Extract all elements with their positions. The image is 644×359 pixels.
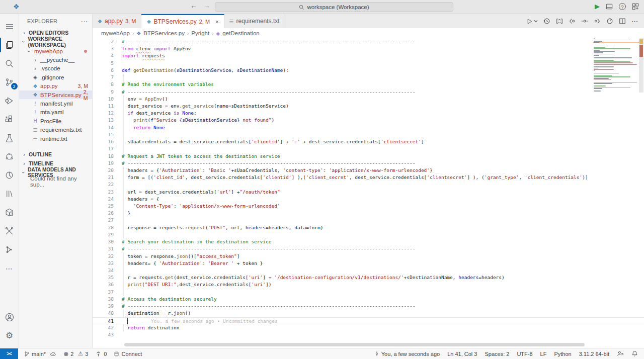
line-number[interactable]: 33 bbox=[93, 260, 114, 267]
code-line-28[interactable]: 28 response = requests.request("POST", u… bbox=[93, 224, 644, 231]
line-number[interactable]: 21 bbox=[93, 174, 114, 181]
indentation[interactable]: Spaces: 2 bbox=[485, 351, 509, 357]
code-line-30[interactable]: 30# Search your destination in the desti… bbox=[93, 238, 644, 245]
tree-item-.gitignore[interactable]: ◈.gitignore bbox=[19, 73, 92, 81]
line-number[interactable]: 7 bbox=[93, 74, 114, 81]
notifications-bell-icon[interactable] bbox=[631, 350, 638, 357]
customize-layout-icon[interactable] bbox=[632, 3, 639, 10]
code-line-25[interactable]: 25 'Content-Type': 'application/x-www-fo… bbox=[93, 203, 644, 210]
run-and-debug-icon[interactable] bbox=[0, 92, 19, 110]
tab-BTPServices.py[interactable]: ❖BTPServices.py2, M× bbox=[141, 14, 224, 28]
tree-item-runtime.txt[interactable]: ☰runtime.txt bbox=[19, 134, 92, 143]
line-number[interactable]: 36 bbox=[93, 281, 114, 288]
section-outline[interactable]: ›OUTLINE bbox=[19, 150, 92, 159]
code-line-9[interactable]: 9# -------------------------------------… bbox=[93, 88, 644, 96]
connections-icon[interactable] bbox=[0, 147, 19, 166]
breadcrumb-provider[interactable]: Pyright bbox=[191, 30, 209, 36]
code-line-6[interactable]: 6def getDestination(sDestinationService,… bbox=[93, 67, 644, 74]
tree-item-BTPServices.py[interactable]: ❖BTPServices.py2, M bbox=[19, 91, 92, 99]
minimap[interactable] bbox=[594, 38, 638, 94]
tree-item-ProcFile[interactable]: HProcFile bbox=[19, 117, 92, 125]
line-number[interactable]: 14 bbox=[93, 124, 114, 131]
nav-back-icon[interactable]: ← bbox=[190, 2, 197, 10]
code-line-41[interactable]: 41You, a few seconds ago • Uncommitted c… bbox=[93, 317, 644, 324]
tree-item-mywebApp[interactable]: ›mywebApp bbox=[19, 47, 92, 55]
code-line-31[interactable]: 31# ------------------------------------… bbox=[93, 245, 644, 252]
testing-icon[interactable] bbox=[0, 129, 19, 147]
tab-requirements.txt[interactable]: ☰requirements.txt bbox=[224, 14, 285, 28]
line-number[interactable]: 22 bbox=[93, 181, 114, 188]
previous-change-icon[interactable] bbox=[569, 18, 576, 25]
more-views-icon[interactable]: ⋯ bbox=[0, 259, 19, 278]
code-line-2[interactable]: 2# -------------------------------------… bbox=[93, 38, 644, 45]
code-line-29[interactable]: 29 bbox=[93, 231, 644, 238]
cube-search-icon[interactable] bbox=[0, 203, 19, 222]
breadcrumb-file[interactable]: BTPServices.py bbox=[143, 30, 185, 36]
line-number[interactable]: 41 bbox=[93, 318, 114, 325]
code-line-32[interactable]: 32 token = response.json()["access_token… bbox=[93, 253, 644, 260]
code-line-16[interactable]: 16 sUaaCredentials = dest_service.creden… bbox=[93, 138, 644, 145]
line-number[interactable]: 42 bbox=[93, 324, 114, 331]
settings-gear-icon[interactable]: ⚙ bbox=[0, 326, 19, 345]
code-line-5[interactable]: 5 bbox=[93, 60, 644, 67]
timeline-clock-icon[interactable] bbox=[606, 18, 613, 25]
overview-ruler[interactable] bbox=[638, 38, 644, 348]
blame-item[interactable]: You, a few seconds ago bbox=[374, 350, 440, 357]
line-number[interactable]: 39 bbox=[93, 303, 114, 310]
line-number[interactable]: 4 bbox=[93, 52, 114, 59]
python-interpreter[interactable]: 3.11.2 64-bit bbox=[579, 351, 609, 357]
more-actions-icon[interactable]: ⋯ bbox=[631, 18, 638, 25]
line-number[interactable]: 19 bbox=[93, 160, 114, 167]
ports-item[interactable]: 0 bbox=[95, 351, 107, 357]
eol-sequence[interactable]: LF bbox=[540, 351, 547, 357]
encoding[interactable]: UTF-8 bbox=[517, 351, 532, 357]
git-branch-item[interactable]: main* bbox=[24, 351, 56, 357]
code-line-20[interactable]: 20 headers = {'Authorization': 'Basic '+… bbox=[93, 167, 644, 174]
search-sidebar-icon[interactable] bbox=[0, 54, 19, 73]
line-number[interactable]: 30 bbox=[93, 238, 114, 245]
sidebar-more-icon[interactable]: ··· bbox=[81, 18, 88, 24]
current-change-icon[interactable] bbox=[581, 18, 588, 25]
breadcrumb-folder[interactable]: mywebApp bbox=[101, 30, 130, 36]
code-line-8[interactable]: 8# Read the environment variables bbox=[93, 81, 644, 88]
code-line-17[interactable]: 17 bbox=[93, 145, 644, 152]
line-number[interactable]: 11 bbox=[93, 103, 114, 110]
line-number[interactable]: 29 bbox=[93, 231, 114, 238]
tree-item-requirements.txt[interactable]: ☰requirements.txt bbox=[19, 126, 92, 134]
code-line-4[interactable]: 4import requests bbox=[93, 52, 644, 59]
code-line-42[interactable]: 42 return destination bbox=[93, 324, 644, 331]
code-line-14[interactable]: 14 return None bbox=[93, 124, 644, 131]
tree-item-mta.yaml[interactable]: !mta.yaml bbox=[19, 108, 92, 117]
line-number[interactable]: 26 bbox=[93, 210, 114, 217]
line-number[interactable]: 24 bbox=[93, 196, 114, 203]
code-line-18[interactable]: 18# Request a JWT token to access the de… bbox=[93, 153, 644, 160]
tree-item-__pycache__[interactable]: ›__pycache__ bbox=[19, 55, 92, 64]
line-number[interactable]: 34 bbox=[93, 267, 114, 274]
code-line-15[interactable]: 15 bbox=[93, 131, 644, 138]
code-line-26[interactable]: 26 } bbox=[93, 210, 644, 217]
cursor-position[interactable]: Ln 41, Col 3 bbox=[447, 351, 477, 357]
line-number[interactable]: 23 bbox=[93, 189, 114, 196]
account-icon[interactable] bbox=[0, 308, 19, 326]
library-icon[interactable] bbox=[0, 185, 19, 203]
code-line-24[interactable]: 24 headers = { bbox=[93, 196, 644, 203]
code-line-33[interactable]: 33 headers= { 'Authorization': 'Bearer '… bbox=[93, 260, 644, 267]
split-editor-icon[interactable] bbox=[619, 18, 626, 25]
close-tab-icon[interactable]: × bbox=[215, 19, 218, 25]
run-python-file-button[interactable] bbox=[526, 18, 538, 25]
help-icon[interactable]: ? bbox=[619, 3, 626, 10]
line-number[interactable]: 38 bbox=[93, 296, 114, 303]
line-number[interactable]: 32 bbox=[93, 253, 114, 260]
horizontal-scrollbar[interactable] bbox=[124, 343, 585, 346]
menu-icon[interactable] bbox=[0, 17, 19, 36]
code-line-39[interactable]: 39# ------------------------------------… bbox=[93, 303, 644, 310]
language-mode[interactable]: Python bbox=[554, 351, 571, 357]
line-number[interactable]: 25 bbox=[93, 203, 114, 210]
code-line-38[interactable]: 38# Access the destination securely bbox=[93, 296, 644, 303]
line-number[interactable]: 37 bbox=[93, 289, 114, 296]
code-line-43[interactable]: 43 bbox=[93, 331, 644, 338]
tools-icon[interactable] bbox=[0, 222, 19, 240]
code-line-34[interactable]: 34 bbox=[93, 267, 644, 274]
code-line-36[interactable]: 36 print("DEST URI:",dest_service.creden… bbox=[93, 281, 644, 288]
tab-app.py[interactable]: ❖app.py3, M bbox=[93, 14, 141, 28]
